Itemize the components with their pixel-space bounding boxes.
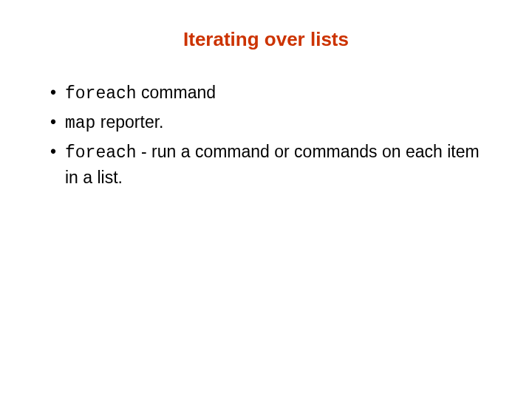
bullet-text: command bbox=[137, 83, 216, 102]
code-token: map bbox=[65, 114, 95, 133]
list-item: foreach command bbox=[50, 81, 495, 106]
code-token: foreach bbox=[65, 143, 137, 163]
bullet-text: reporter. bbox=[95, 112, 163, 132]
code-token: foreach bbox=[65, 84, 137, 103]
list-item: map reporter. bbox=[50, 110, 495, 135]
bullet-list: foreach command map reporter. foreach - … bbox=[37, 81, 495, 189]
list-item: foreach - run a command or commands on e… bbox=[50, 140, 495, 188]
slide: Iterating over lists foreach command map… bbox=[0, 0, 532, 216]
slide-title: Iterating over lists bbox=[37, 28, 495, 51]
